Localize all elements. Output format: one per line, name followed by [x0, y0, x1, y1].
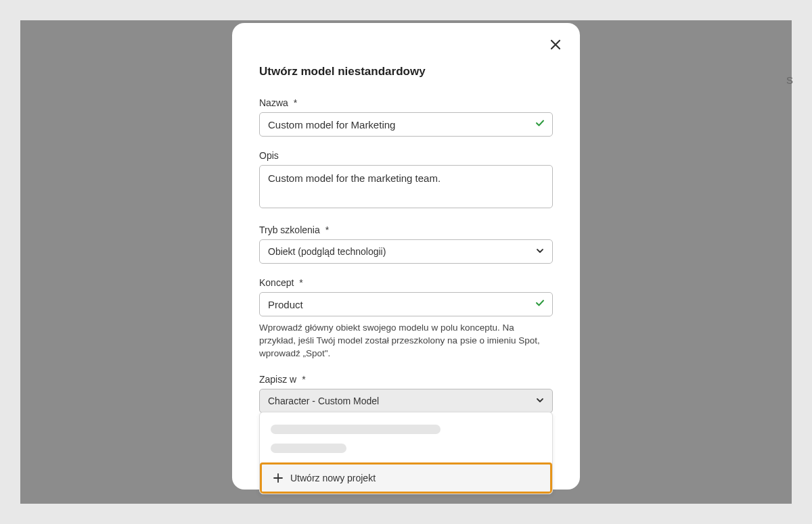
training-mode-select[interactable]: Obiekt (podgląd technologii): [259, 239, 553, 264]
required-indicator: *: [299, 277, 302, 288]
name-input[interactable]: [259, 112, 553, 137]
save-in-field-group: Zapisz w * Character - Custom Model: [259, 374, 553, 413]
save-in-select[interactable]: Character - Custom Model: [259, 389, 553, 413]
chevron-down-icon: [536, 246, 544, 257]
create-custom-model-modal: Utwórz model niestandardowy Nazwa * Opis…: [232, 23, 580, 490]
concept-field-group: Koncept * Wprowadź główny obiekt swojego…: [259, 277, 553, 360]
save-in-label: Zapisz w *: [259, 374, 553, 385]
name-label-text: Nazwa: [259, 97, 288, 108]
close-button[interactable]: [546, 35, 565, 54]
required-indicator: *: [294, 97, 297, 108]
save-in-selected: Character - Custom Model: [268, 396, 379, 406]
concept-help-text: Wprowadź główny obiekt swojego modelu w …: [259, 322, 553, 360]
close-icon: [550, 39, 561, 50]
create-new-project-option[interactable]: Utwórz nowy projekt: [260, 462, 552, 494]
required-indicator: *: [325, 224, 329, 235]
save-in-dropdown-panel: Utwórz nowy projekt: [259, 412, 553, 494]
modal-title: Utwórz model niestandardowy: [259, 65, 553, 78]
create-new-project-label: Utwórz nowy projekt: [290, 473, 376, 483]
required-indicator: *: [302, 374, 305, 385]
name-label: Nazwa *: [259, 97, 553, 108]
skeleton-placeholder: [271, 425, 441, 434]
training-mode-field-group: Tryb szkolenia * Obiekt (podgląd technol…: [259, 224, 553, 264]
description-field-group: Opis Custom model for the marketing team…: [259, 150, 553, 211]
plus-icon: [273, 473, 284, 483]
training-mode-label-text: Tryb szkolenia: [259, 224, 320, 235]
name-input-wrap: [259, 112, 553, 137]
concept-label-text: Koncept: [259, 277, 294, 288]
description-label: Opis: [259, 150, 553, 161]
name-field-group: Nazwa *: [259, 97, 553, 137]
chevron-down-icon: [536, 396, 544, 406]
background-char: S: [786, 74, 793, 86]
training-mode-label: Tryb szkolenia *: [259, 224, 553, 235]
training-mode-selected: Obiekt (podgląd technologii): [268, 246, 386, 257]
skeleton-placeholder: [271, 444, 346, 453]
description-textarea[interactable]: Custom model for the marketing team.: [259, 165, 553, 208]
save-in-label-text: Zapisz w: [259, 374, 296, 385]
concept-label: Koncept *: [259, 277, 553, 288]
concept-input[interactable]: [259, 292, 553, 316]
concept-input-wrap: [259, 292, 553, 316]
